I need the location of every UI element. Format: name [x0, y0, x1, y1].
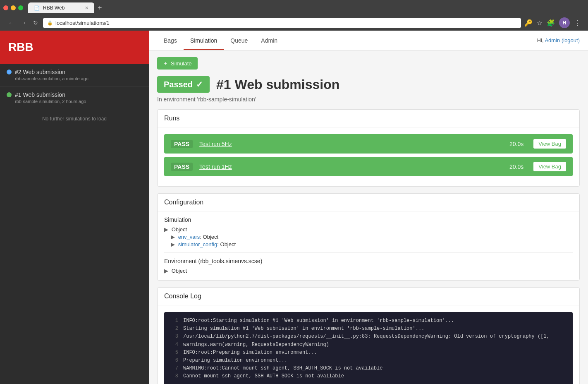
log-line-number: 8 — [171, 372, 178, 380]
log-line-text: INFO:root:Starting simulation #1 'Web su… — [183, 317, 454, 325]
simulation-config-label: Simulation — [164, 216, 573, 223]
simulate-label: Simulate — [171, 60, 192, 67]
run-time-5hz: 20.0s — [509, 141, 523, 147]
log-line-number: 2 — [171, 325, 178, 333]
view-bag-button-1hz[interactable]: View Bag — [533, 162, 566, 171]
nav-item-queue[interactable]: Queue — [224, 31, 254, 50]
tree-key-simulator-config: simulator_config — [178, 241, 218, 247]
star-icon[interactable]: ☆ — [537, 19, 543, 27]
sim-meta: rbb-sample-simulation, 2 hours ago — [15, 99, 142, 104]
run-status-5hz: PASS — [171, 140, 193, 148]
extension-icon[interactable]: 🧩 — [547, 19, 555, 27]
console-log-line: 4 warnings.warn(warning, RequestsDepende… — [171, 341, 566, 349]
console-log-line: 2Starting simulation #1 'Web submission'… — [171, 325, 566, 333]
sidebar-item-sim-1[interactable]: #1 Web submission rbb-sample-simulation,… — [0, 86, 149, 109]
sidebar: RBB #2 Web submission rbb-sample-simulat… — [0, 31, 149, 384]
refresh-button[interactable]: ↻ — [31, 19, 40, 27]
sim-status-dot-pending — [7, 70, 12, 74]
sim-status-dot-passed — [7, 92, 12, 97]
environment-config-label: Environment (rbb_tools.simenvs.scse) — [164, 258, 573, 264]
tree-arrow-icon: ▶ — [171, 234, 175, 240]
address-url: localhost/simulations/1 — [55, 20, 110, 26]
console-log-line: 8Cannot mount ssh_agent, SSH_AUTH_SOCK i… — [171, 372, 566, 380]
sidebar-item-sim-2[interactable]: #2 Web submission rbb-sample-simulation,… — [0, 64, 149, 86]
log-line-number: 5 — [171, 349, 178, 357]
traffic-light-minimize[interactable] — [11, 5, 16, 10]
console-log-line: 5INFO:root:Preparing simulation environm… — [171, 349, 566, 357]
log-line-number: 6 — [171, 357, 178, 365]
traffic-light-close[interactable] — [3, 5, 8, 10]
tree-env-object-label: Object — [172, 268, 187, 274]
log-line-text: INFO:root:Preparing simulation environme… — [183, 349, 317, 357]
page-header: Passed ✓ #1 Web submission — [157, 76, 580, 93]
new-tab-button[interactable]: + — [94, 4, 105, 12]
console-log: 1INFO:root:Starting simulation #1 'Web s… — [164, 312, 573, 384]
tree-arrow-icon: ▶ — [164, 226, 168, 233]
run-name-1hz[interactable]: Test run 1Hz — [199, 163, 503, 170]
log-line-number: 1 — [171, 317, 178, 325]
runs-card-body: PASS Test run 5Hz 20.0s View Bag PASS Te… — [158, 127, 579, 186]
run-time-1hz: 20.0s — [509, 163, 523, 170]
console-card-body: 1INFO:root:Starting simulation #1 'Web s… — [158, 305, 579, 384]
console-log-line: 1INFO:root:Starting simulation #1 'Web s… — [171, 317, 566, 325]
tree-env-object[interactable]: ▶ Object — [164, 268, 573, 274]
forward-button[interactable]: → — [19, 19, 28, 27]
sim-meta: rbb-sample-simulation, a minute ago — [15, 76, 142, 81]
address-lock-icon: 🔒 — [47, 20, 53, 26]
console-card-header: Console Log — [158, 288, 579, 305]
nav-item-admin[interactable]: Admin — [254, 31, 284, 50]
tree-key-env-vars: env_vars — [178, 234, 200, 240]
content-area: ＋ Simulate Passed ✓ #1 Web submission In… — [149, 50, 588, 384]
nav-logout[interactable]: (logout) — [562, 37, 580, 43]
back-button[interactable]: ← — [7, 19, 16, 27]
tree-object-root[interactable]: ▶ Object — [164, 226, 573, 233]
console-log-line: 7WARNING:root:Cannot mount ssh agent, SS… — [171, 365, 566, 372]
sim-title: #2 Web submission — [15, 69, 65, 75]
tab-close-button[interactable]: ✕ — [85, 5, 88, 11]
tree-env-vars[interactable]: ▶ env_vars: Object — [171, 234, 573, 240]
browser-tab-active[interactable]: 📄 RBB Web ✕ — [28, 2, 94, 13]
tree-simulator-config[interactable]: ▶ simulator_config: Object — [171, 241, 573, 247]
run-name-5hz[interactable]: Test run 5Hz — [199, 141, 503, 147]
log-line-number: 4 — [171, 341, 178, 349]
simulate-button[interactable]: ＋ Simulate — [157, 57, 198, 70]
tree-object-label: Object — [172, 226, 187, 233]
browser-menu-button[interactable]: ⋮ — [574, 18, 581, 27]
sim-title: #1 Web submission — [15, 91, 65, 98]
log-line-text: WARNING:root:Cannot mount ssh agent, SSH… — [183, 365, 382, 372]
user-avatar[interactable]: H — [559, 17, 570, 28]
log-line-number: 3 — [171, 333, 178, 341]
key-icon: 🔑 — [524, 19, 533, 27]
run-row-1hz: PASS Test run 1Hz 20.0s View Bag — [164, 157, 573, 176]
log-line-text: Preparing simulation environment... — [183, 357, 287, 365]
tree-value-simulator-config: Object — [220, 241, 236, 247]
tree-arrow-icon: ▶ — [164, 268, 168, 274]
page-title: #1 Web submission — [216, 77, 339, 92]
nav-user-info: Hi, Admin (logout) — [537, 37, 580, 43]
view-bag-button-5hz[interactable]: View Bag — [533, 139, 566, 149]
log-line-number: 7 — [171, 365, 178, 372]
address-bar[interactable]: 🔒 localhost/simulations/1 — [43, 18, 521, 28]
config-card: Configuration Simulation ▶ Object ▶ env_… — [157, 193, 580, 281]
passed-label: Passed — [164, 80, 193, 89]
console-log-line: 3/usr/local/lib/python2.7/dist-packages/… — [171, 333, 566, 341]
tab-page-icon: 📄 — [34, 5, 40, 11]
no-more-label: No further simulations to load — [0, 109, 149, 128]
run-status-1hz: PASS — [171, 163, 193, 171]
runs-card: Runs PASS Test run 5Hz 20.0s View Bag PA… — [157, 109, 580, 187]
nav-bar: Bags Simulation Queue Admin Hi, Admin (l… — [149, 31, 588, 50]
nav-item-simulation[interactable]: Simulation — [184, 31, 224, 50]
tab-title: RBB Web — [43, 5, 65, 11]
config-section: Simulation ▶ Object ▶ env_vars: Object ▶… — [158, 211, 579, 280]
nav-username[interactable]: Admin — [545, 37, 560, 43]
log-line-text: Cannot mount ssh_agent, SSH_AUTH_SOCK is… — [183, 372, 344, 380]
nav-item-bags[interactable]: Bags — [157, 31, 184, 50]
sidebar-brand: RBB — [0, 31, 149, 64]
log-line-text: warnings.warn(warning, RequestsDependenc… — [183, 341, 329, 349]
passed-badge: Passed ✓ — [157, 76, 210, 93]
simulate-icon: ＋ — [163, 60, 168, 67]
log-line-text: /usr/local/lib/python2.7/dist-packages/r… — [183, 333, 550, 341]
tree-value-env-vars: Object — [203, 234, 219, 240]
console-card: Console Log 1INFO:root:Starting simulati… — [157, 287, 580, 384]
traffic-light-maximize[interactable] — [18, 5, 23, 10]
